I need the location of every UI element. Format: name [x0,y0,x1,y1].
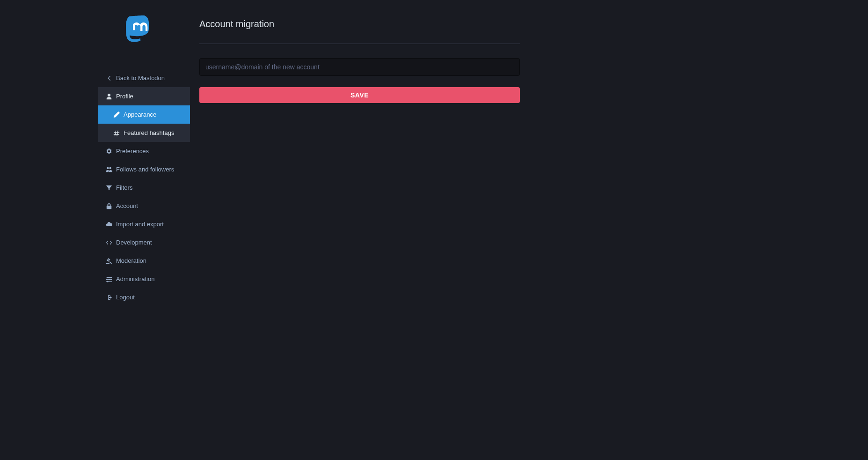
users-icon [106,166,112,173]
code-icon [106,239,112,246]
chevron-left-icon [106,75,112,82]
divider [199,44,520,44]
hashtag-icon [113,130,120,136]
account-handle-input[interactable] [199,58,520,76]
nav-label: Appearance [124,111,156,118]
nav-label: Development [116,239,152,246]
sidebar-item-follows[interactable]: Follows and followers [98,160,190,178]
sidebar-item-preferences[interactable]: Preferences [98,142,190,160]
nav-label: Back to Mastodon [116,74,165,82]
sidebar-item-filters[interactable]: Filters [98,178,190,197]
lock-icon [106,203,112,209]
sliders-icon [106,276,112,282]
user-icon [106,93,112,100]
gavel-icon [106,258,112,264]
sidebar-item-logout[interactable]: Logout [98,288,190,306]
sidebar-item-administration[interactable]: Administration [98,270,190,288]
sidebar-item-import-export[interactable]: Import and export [98,215,190,233]
sidebar-item-featured-hashtags[interactable]: Featured hashtags [98,124,190,142]
brand-logo[interactable] [98,0,190,69]
back-to-mastodon-link[interactable]: Back to Mastodon [98,69,190,87]
sidebar-item-profile[interactable]: Profile [98,87,190,105]
nav-label: Preferences [116,148,149,155]
nav-label: Featured hashtags [124,129,174,136]
cloud-icon [106,221,112,228]
mastodon-logo-icon [126,15,162,54]
main-content: Account migration SAVE [190,0,868,460]
nav-label: Follows and followers [116,166,174,173]
logout-icon [106,294,112,301]
nav-label: Account [116,202,138,209]
nav-label: Administration [116,275,154,282]
gear-icon [106,148,112,155]
sidebar-item-development[interactable]: Development [98,233,190,252]
save-button[interactable]: SAVE [199,87,520,103]
pencil-icon [113,111,120,118]
nav-label: Profile [116,93,133,100]
nav-label: Import and export [116,221,164,228]
filter-icon [106,185,112,191]
sidebar-item-appearance[interactable]: Appearance [98,105,190,124]
nav-label: Filters [116,184,132,191]
nav-label: Moderation [116,257,146,264]
sidebar: Back to Mastodon Profile Appearance Feat… [98,0,190,460]
sidebar-item-account[interactable]: Account [98,197,190,215]
page-title: Account migration [199,19,520,30]
sidebar-item-moderation[interactable]: Moderation [98,252,190,270]
nav-label: Logout [116,294,135,301]
